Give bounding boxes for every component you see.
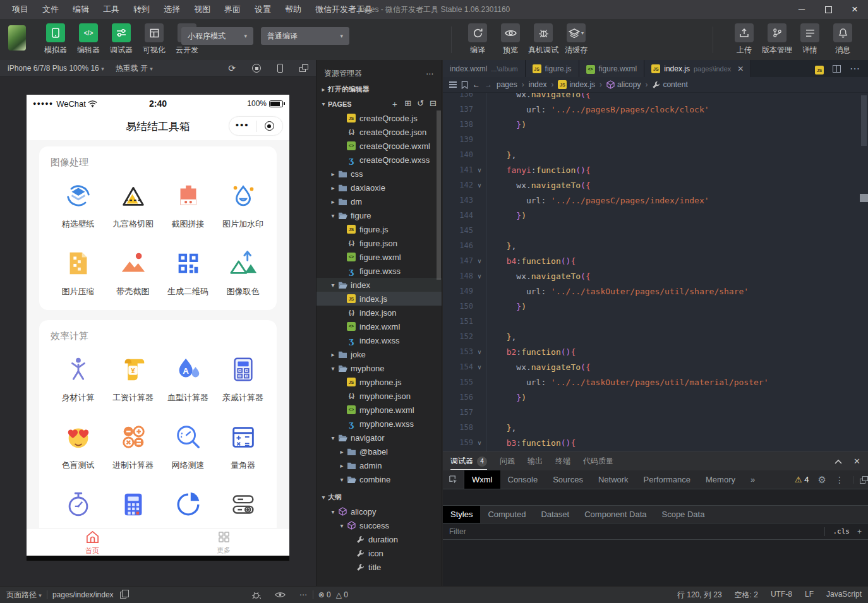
code-line-137[interactable]: 137 url: '../../pagesB/pages/clock/clock…: [443, 102, 868, 117]
breadcrumb-item-content[interactable]: content: [652, 80, 687, 89]
close-button[interactable]: ×: [841, 0, 868, 19]
tree-item-@babel[interactable]: ▸@babel: [316, 445, 442, 458]
scrollbar-thumb[interactable]: [861, 95, 867, 146]
tree-item-myphone.json[interactable]: {..}myphone.json: [316, 389, 442, 403]
back-icon[interactable]: ←: [473, 80, 480, 89]
new-folder-icon[interactable]: ⊞: [404, 99, 411, 110]
tree-item-duration[interactable]: duration: [316, 532, 442, 546]
fold-chevron-icon[interactable]: ∨: [473, 273, 486, 280]
status-UTF-8[interactable]: UTF-8: [771, 590, 792, 600]
styles-tab-Computed[interactable]: Computed: [480, 506, 533, 523]
toolbar-button-上传[interactable]: 上传: [728, 23, 761, 56]
close-miniprogram-button[interactable]: [256, 121, 283, 131]
tool-item-带壳截图[interactable]: 带壳截图: [105, 249, 160, 297]
toolbar-button-版本管理[interactable]: 版本管理: [761, 23, 793, 56]
styles-tab-Component Data[interactable]: Component Data: [577, 506, 654, 523]
error-count[interactable]: ⊗ 0: [318, 590, 331, 599]
tabbar-item-首页[interactable]: 首页: [27, 528, 158, 556]
tree-item-figure.wxss[interactable]: ʒfigure.wxss: [316, 264, 442, 278]
toolbar-button-可视化[interactable]: 可视化: [138, 23, 171, 56]
tree-item-css[interactable]: ▸css: [316, 167, 442, 181]
warning-count[interactable]: △ 0: [336, 590, 348, 599]
eye-icon[interactable]: [275, 591, 286, 599]
tree-item-navigator[interactable]: ▾navigator: [316, 431, 442, 445]
panel-tab-终端[interactable]: 终端: [555, 456, 570, 467]
tool-item-进制计算器[interactable]: 进制计算器: [105, 422, 160, 471]
code-editor[interactable]: 136 wx.navigateTo({137 url: '../../pages…: [443, 93, 868, 451]
collapse-all-icon[interactable]: ⊟: [430, 99, 437, 110]
tool-item-血型计算器[interactable]: A血型计算器: [160, 355, 215, 403]
outline-icon[interactable]: [449, 81, 457, 88]
styles-tab-Styles[interactable]: Styles: [443, 506, 480, 523]
multi-device-icon[interactable]: [299, 64, 308, 72]
more-menu-button[interactable]: •••: [229, 122, 256, 131]
tree-item-myphone.wxml[interactable]: <>myphone.wxml: [316, 403, 442, 417]
tree-item-createQrcode.json[interactable]: {..}createQrcode.json: [316, 125, 442, 139]
code-line-146[interactable]: 146 },: [443, 238, 868, 253]
tabbar-item-更多[interactable]: 更多: [158, 528, 289, 556]
editor-tab-figure.wxml[interactable]: <>figure.wxml: [579, 60, 645, 77]
tool-item-计数器[interactable]: 计数器: [215, 490, 270, 530]
toolbar-button-编辑器[interactable]: </>编辑器: [72, 23, 105, 56]
status--2[interactable]: 空格: 2: [735, 590, 758, 600]
fold-chevron-icon[interactable]: ∨: [473, 439, 486, 446]
tree-item-success[interactable]: ▾success: [316, 518, 442, 532]
debug-icon[interactable]: [251, 590, 261, 600]
devtools-tab-Performance[interactable]: Performance: [636, 470, 698, 489]
devtools-more-tabs[interactable]: »: [743, 470, 763, 489]
outline-section[interactable]: ▾ 大纲: [316, 490, 442, 504]
user-avatar[interactable]: [8, 25, 26, 51]
menu-选择[interactable]: 选择: [158, 2, 186, 17]
inspect-element-icon[interactable]: [443, 470, 464, 489]
tree-item-createQrcode.js[interactable]: JScreateQrcode.js: [316, 111, 442, 125]
mode-select[interactable]: 小程序模式 ▾: [181, 27, 253, 45]
close-tab-icon[interactable]: ✕: [737, 64, 744, 73]
code-line-155[interactable]: 155 url: '../../taskOuter/pages/util/mat…: [443, 374, 868, 390]
toolbar-button-详情[interactable]: 详情: [793, 23, 826, 56]
tool-item-亲戚计算器[interactable]: 亲戚计算器: [215, 355, 270, 403]
code-line-159[interactable]: 159∨ b3:function(){: [443, 435, 868, 450]
menu-编辑[interactable]: 编辑: [67, 2, 95, 17]
page-path-select[interactable]: 页面路径 ▾: [6, 590, 42, 600]
new-file-icon[interactable]: ＋: [390, 99, 399, 110]
code-line-145[interactable]: 145: [443, 223, 868, 238]
code-line-141[interactable]: 141∨ fanyi:function(){: [443, 162, 868, 177]
tree-item-title[interactable]: title: [316, 560, 442, 574]
tree-item-figure.json[interactable]: {..}figure.json: [316, 236, 442, 250]
editor-tab-index.js[interactable]: JSindex.jspages\index✕: [644, 60, 751, 77]
devtools-tab-Sources[interactable]: Sources: [545, 470, 591, 489]
editor-tab-index.wxml[interactable]: index.wxml...\album: [443, 60, 526, 77]
tree-item-icon[interactable]: icon: [316, 546, 442, 560]
tool-item-全屏时钟[interactable]: 全屏时钟: [51, 490, 105, 530]
tool-item-计时器[interactable]: 计时器: [105, 490, 160, 530]
code-line-140[interactable]: 140 },: [443, 147, 868, 162]
refresh-icon[interactable]: ↺: [417, 99, 424, 110]
tree-item-figure.wxml[interactable]: <>figure.wxml: [316, 250, 442, 264]
kebab-menu-icon[interactable]: ⋮: [835, 475, 844, 485]
undock-icon[interactable]: [853, 476, 862, 484]
device-select[interactable]: iPhone 6/7/8 Plus 100% 16 ▾: [8, 64, 104, 73]
menu-帮助[interactable]: 帮助: [279, 2, 307, 17]
more-actions-icon[interactable]: ⋯: [426, 69, 434, 78]
code-line-158[interactable]: 158 },: [443, 420, 868, 435]
toolbar-button-模拟器[interactable]: 模拟器: [39, 23, 72, 56]
code-line-156[interactable]: 156 }): [443, 390, 868, 405]
phone-mode-icon[interactable]: [277, 64, 283, 73]
tree-item-joke[interactable]: ▸joke: [316, 347, 442, 361]
status--120-23[interactable]: 行 120, 列 23: [677, 590, 722, 600]
tool-item-图片加水印[interactable]: 图片加水印: [215, 181, 270, 230]
breadcrumb-item-alicopy[interactable]: alicopy: [606, 80, 641, 89]
tree-item-createQrcode.wxml[interactable]: <>createQrcode.wxml: [316, 139, 442, 153]
more-actions-icon[interactable]: ⋯: [850, 63, 860, 75]
project-section[interactable]: ▾ PAGES ＋ ⊞ ↺ ⊟: [316, 97, 442, 111]
code-line-147[interactable]: 147∨ b4:function(){: [443, 253, 868, 268]
breadcrumb-item-index[interactable]: index: [529, 80, 547, 89]
tool-item-生成二维码[interactable]: 生成二维码: [160, 249, 215, 297]
fold-chevron-icon[interactable]: ∨: [473, 349, 486, 355]
code-line-144[interactable]: 144 }): [443, 208, 868, 223]
close-panel-icon[interactable]: ✕: [853, 459, 860, 464]
menu-转到[interactable]: 转到: [128, 2, 155, 17]
copy-path-icon[interactable]: [120, 592, 126, 599]
toolbar-button-消息[interactable]: 消息: [826, 23, 859, 56]
tree-item-daxiaoxie[interactable]: ▸daxiaoxie: [316, 181, 442, 194]
